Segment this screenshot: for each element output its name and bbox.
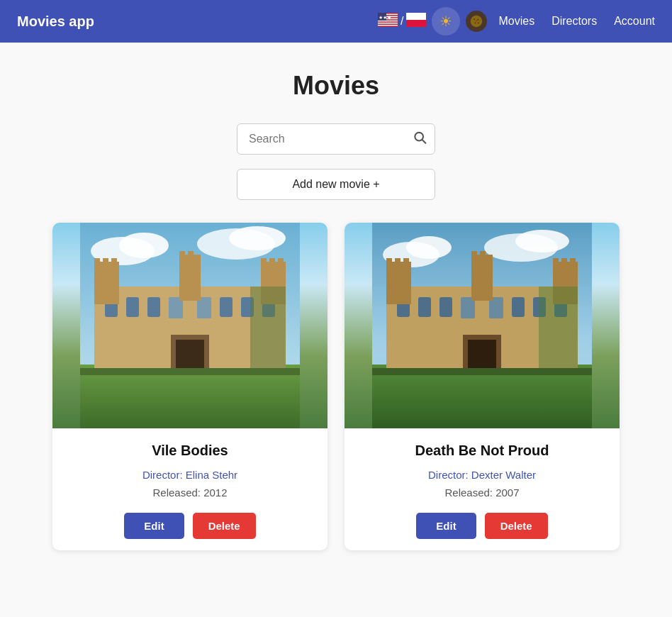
svg-rect-28 bbox=[147, 297, 160, 317]
svg-rect-42 bbox=[261, 258, 267, 267]
language-flags: ★★★ / bbox=[378, 13, 426, 30]
svg-rect-46 bbox=[176, 340, 204, 372]
nav-movies[interactable]: Movies bbox=[498, 15, 534, 28]
svg-rect-57 bbox=[418, 297, 431, 317]
svg-rect-38 bbox=[103, 258, 108, 267]
svg-rect-39 bbox=[111, 258, 117, 267]
edit-button[interactable]: Edit bbox=[416, 513, 476, 539]
svg-rect-44 bbox=[278, 258, 284, 267]
flag-pl-icon[interactable] bbox=[406, 13, 426, 30]
svg-rect-31 bbox=[220, 297, 233, 317]
svg-rect-48 bbox=[80, 368, 300, 375]
movie-title: Vile Bodies bbox=[64, 443, 316, 459]
svg-text:★★★: ★★★ bbox=[379, 15, 391, 20]
svg-rect-9 bbox=[406, 13, 426, 20]
svg-rect-67 bbox=[386, 258, 392, 267]
delete-button[interactable]: Delete bbox=[485, 513, 548, 539]
svg-rect-47 bbox=[250, 287, 286, 372]
search-icon bbox=[413, 130, 427, 145]
movie-released: Released: 2007 bbox=[356, 487, 608, 499]
svg-point-23 bbox=[229, 226, 286, 250]
svg-rect-37 bbox=[94, 258, 100, 267]
svg-rect-70 bbox=[471, 251, 477, 260]
main-content: Movies Add new movie + bbox=[17, 43, 655, 593]
movie-director: Director: Elina Stehr bbox=[64, 469, 316, 481]
svg-rect-72 bbox=[553, 258, 559, 267]
flag-us-icon[interactable]: ★★★ bbox=[378, 13, 398, 30]
svg-point-53 bbox=[515, 230, 569, 252]
nav-directors[interactable]: Directors bbox=[551, 15, 597, 28]
svg-point-13 bbox=[478, 19, 479, 21]
svg-rect-69 bbox=[403, 258, 409, 267]
svg-point-51 bbox=[406, 236, 452, 259]
movie-info: Death Be Not Proud Director: Dexter Walt… bbox=[345, 428, 620, 550]
svg-rect-58 bbox=[439, 297, 452, 317]
app-brand: Movies app bbox=[17, 13, 378, 30]
delete-button[interactable]: Delete bbox=[193, 513, 256, 539]
movie-actions: Edit Delete bbox=[356, 513, 608, 539]
sun-icon: ☀ bbox=[439, 13, 452, 30]
movie-info: Vile Bodies Director: Elina Stehr Releas… bbox=[52, 428, 327, 550]
movie-image bbox=[52, 223, 327, 428]
movie-director: Director: Dexter Walter bbox=[356, 469, 608, 481]
svg-rect-71 bbox=[480, 251, 486, 260]
movies-grid: Vile Bodies Director: Elina Stehr Releas… bbox=[52, 223, 620, 550]
page-title: Movies bbox=[293, 71, 379, 101]
movie-actions: Edit Delete bbox=[64, 513, 316, 539]
movie-card: Vile Bodies Director: Elina Stehr Releas… bbox=[52, 223, 327, 550]
nav-account[interactable]: Account bbox=[614, 15, 655, 28]
search-button[interactable] bbox=[413, 130, 427, 148]
flag-separator: / bbox=[401, 15, 403, 28]
svg-point-21 bbox=[119, 233, 169, 258]
svg-rect-27 bbox=[126, 297, 139, 317]
svg-rect-40 bbox=[179, 251, 185, 260]
search-container bbox=[237, 123, 435, 155]
svg-rect-36 bbox=[179, 255, 201, 301]
svg-rect-34 bbox=[94, 262, 119, 304]
svg-rect-78 bbox=[372, 368, 592, 375]
svg-rect-61 bbox=[512, 297, 525, 317]
svg-point-14 bbox=[475, 22, 476, 23]
svg-rect-64 bbox=[386, 262, 411, 304]
svg-rect-66 bbox=[471, 255, 493, 301]
theme-toggle-button[interactable]: ☀ bbox=[432, 7, 460, 35]
svg-point-15 bbox=[478, 22, 479, 23]
svg-rect-68 bbox=[395, 258, 401, 267]
svg-rect-43 bbox=[269, 258, 275, 267]
cookie-icon bbox=[466, 11, 487, 32]
movie-title: Death Be Not Proud bbox=[356, 443, 608, 459]
svg-rect-41 bbox=[188, 251, 194, 260]
svg-point-12 bbox=[474, 18, 475, 20]
movie-released: Released: 2012 bbox=[64, 487, 316, 499]
svg-rect-10 bbox=[406, 20, 426, 27]
movie-card: Death Be Not Proud Director: Dexter Walt… bbox=[345, 223, 620, 550]
svg-point-16 bbox=[476, 21, 478, 22]
svg-rect-74 bbox=[570, 258, 576, 267]
svg-rect-76 bbox=[468, 340, 496, 372]
svg-rect-4 bbox=[378, 21, 398, 22]
search-input[interactable] bbox=[237, 123, 435, 155]
svg-rect-5 bbox=[378, 23, 398, 24]
edit-button[interactable]: Edit bbox=[124, 513, 184, 539]
svg-line-18 bbox=[422, 140, 426, 143]
add-movie-button[interactable]: Add new movie + bbox=[237, 169, 435, 200]
svg-rect-77 bbox=[539, 287, 578, 372]
movie-image bbox=[345, 223, 620, 428]
svg-rect-6 bbox=[378, 25, 398, 26]
navbar: Movies app ★★★ / ☀ bbox=[0, 0, 672, 43]
svg-rect-73 bbox=[561, 258, 567, 267]
navbar-links: Movies Directors Account bbox=[498, 15, 655, 28]
